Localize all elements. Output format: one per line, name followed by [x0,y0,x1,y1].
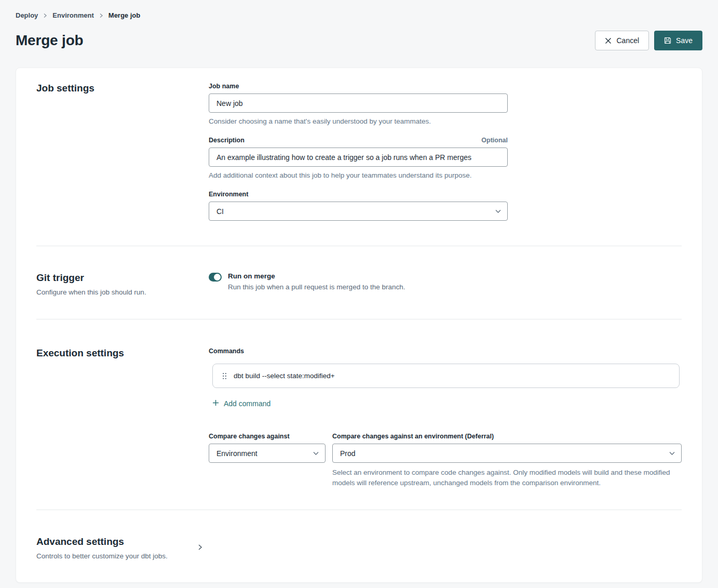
compare-environment-label: Compare changes against an environment (… [332,433,494,440]
compare-against-label: Compare changes against [209,433,290,440]
cancel-button-label: Cancel [616,36,639,45]
page-title: Merge job [16,32,83,49]
job-name-label: Job name [209,83,239,90]
command-input[interactable] [234,372,673,380]
description-field-group: Description Optional Add additional cont… [209,137,682,179]
command-row [212,364,680,388]
environment-select[interactable]: CI [209,202,508,221]
plus-icon [212,399,219,408]
section-git-trigger: Git trigger Configure when this job shou… [36,246,682,319]
drag-handle-icon[interactable] [219,372,230,380]
run-on-merge-row: Run on merge Run this job when a pull re… [209,272,682,291]
save-button[interactable]: Save [654,31,702,50]
chevron-down-icon [495,209,501,213]
advanced-settings-expand[interactable] [198,536,202,560]
breadcrumb: Deploy Environment Merge job [16,11,702,19]
run-on-merge-label: Run on merge [228,272,405,280]
execution-settings-heading: Execution settings [36,348,209,359]
compare-environment-helper: Select an environment to compare code ch… [332,467,675,489]
commands-label: Commands [209,348,682,355]
save-button-label: Save [676,36,693,45]
compare-environment-select[interactable]: Prod [332,444,682,463]
environment-field-group: Environment CI [209,191,682,221]
close-icon [605,37,612,44]
breadcrumb-item-deploy[interactable]: Deploy [16,11,38,19]
section-execution-settings: Execution settings Commands [36,319,682,510]
job-name-field-group: Job name Consider choosing a name that's… [209,83,682,125]
advanced-settings-heading: Advanced settings [36,536,198,547]
section-job-settings: Job settings Job name Consider choosing … [36,68,682,246]
run-on-merge-description: Run this job when a pull request is merg… [228,283,405,291]
page-header: Merge job Cancel Save [16,31,702,50]
job-name-helper: Consider choosing a name that's easily u… [209,117,531,125]
toggle-knob [214,274,221,280]
chevron-right-icon [43,13,47,18]
chevron-down-icon [669,451,675,455]
environment-select-value: CI [216,207,224,216]
page: Deploy Environment Merge job Merge job C… [0,0,718,588]
save-icon [664,37,671,44]
compare-against-group: Compare changes against Environment [209,433,326,489]
chevron-right-icon [198,543,202,553]
compare-against-select[interactable]: Environment [209,444,326,463]
run-on-merge-toggle[interactable] [209,273,222,282]
compare-against-value: Environment [216,449,258,458]
chevron-right-icon [99,13,103,18]
breadcrumb-item-environment[interactable]: Environment [52,11,93,19]
description-label: Description [209,137,245,144]
section-advanced-settings: Advanced settings Controls to better cus… [36,510,682,582]
job-settings-heading: Job settings [36,83,209,94]
advanced-settings-subheading: Controls to better customize your dbt jo… [36,552,198,560]
git-trigger-subheading: Configure when this job should run. [36,288,209,296]
chevron-down-icon [313,451,319,455]
job-name-input[interactable] [209,93,508,113]
git-trigger-heading: Git trigger [36,272,209,284]
job-settings-card: Job settings Job name Consider choosing … [16,68,702,583]
environment-label: Environment [209,191,248,198]
description-helper: Add additional context about this job to… [209,171,531,179]
breadcrumb-item-merge-job: Merge job [109,11,140,19]
header-actions: Cancel Save [595,31,702,50]
compare-environment-value: Prod [340,449,356,458]
add-command-button[interactable]: Add command [212,399,270,408]
compare-environment-group: Compare changes against an environment (… [332,433,682,489]
cancel-button[interactable]: Cancel [595,31,649,50]
add-command-label: Add command [224,399,270,408]
compare-row: Compare changes against Environment Comp… [209,433,682,489]
description-input[interactable] [209,148,508,167]
optional-tag: Optional [481,137,508,144]
